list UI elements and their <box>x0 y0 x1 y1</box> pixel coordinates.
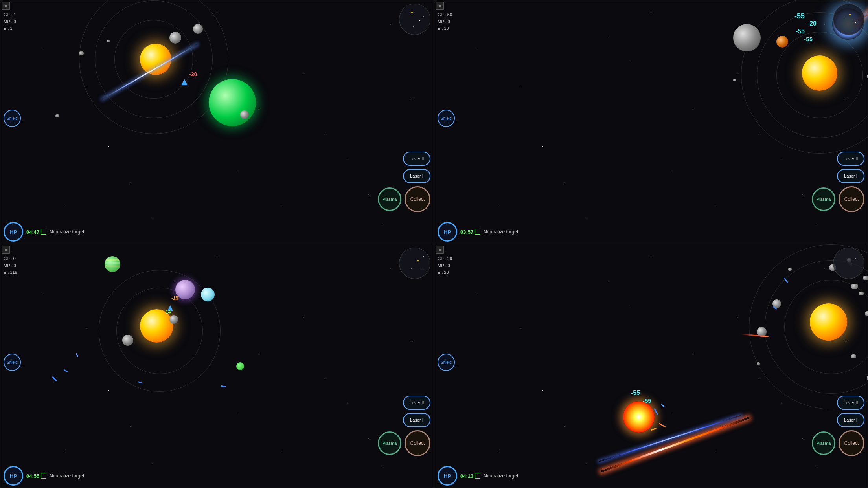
gp-stat-tl: GP : 4 <box>4 11 16 18</box>
laser2-button-tl[interactable]: Laser II <box>403 152 430 166</box>
minimap-dot-2 <box>419 20 420 21</box>
minimap-dot-bl-2 <box>423 256 424 257</box>
hud-bl: HP 04:55 Neutralize target <box>0 464 434 488</box>
ship-area-tl: -20 <box>181 79 188 85</box>
laser2-button-bl[interactable]: Laser II <box>403 396 430 410</box>
gp-stat-br: GP : 29 <box>438 255 452 262</box>
planet-bl-1 <box>122 335 133 346</box>
shield-button-tr[interactable]: Shield <box>438 110 455 127</box>
laser1-button-br[interactable]: Laser I <box>837 413 864 427</box>
minimap-dot-bl-1 <box>417 260 419 261</box>
dmg-tr-3: -55 <box>796 28 805 35</box>
plasma-button-br[interactable]: Plasma <box>812 431 835 455</box>
plasma-button-tl[interactable]: Plasma <box>378 187 401 211</box>
stats-br: GP : 29 MP : 0 E : 26 <box>438 255 452 276</box>
laser1-button-tr[interactable]: Laser I <box>837 169 864 183</box>
gp-stat-bl: GP : 0 <box>4 255 17 262</box>
minimap-dot-4 <box>423 16 424 17</box>
minimap-dot-bl-3 <box>411 268 412 269</box>
objective-tr: Neutralize target <box>484 229 518 235</box>
minimap-bl <box>399 248 430 279</box>
timer-checkbox-tl[interactable] <box>41 229 46 235</box>
laser1-button-bl[interactable]: Laser I <box>403 413 430 427</box>
laser1-button-tl[interactable]: Laser I <box>403 169 430 183</box>
collect-button-br[interactable]: Collect <box>839 430 864 456</box>
minimap-dot-3 <box>413 26 414 27</box>
timer-checkbox-tr[interactable] <box>475 229 480 235</box>
timer-checkbox-br[interactable] <box>475 473 480 479</box>
proj-bl-5 <box>221 385 226 388</box>
ship-bl: -15 14 <box>167 305 173 311</box>
asteroid-tr-2 <box>733 79 736 81</box>
plasma-button-tr[interactable]: Plasma <box>812 187 835 211</box>
mp-stat-br: MP : 0 <box>438 262 452 270</box>
plasma-button-bl[interactable]: Plasma <box>378 431 401 455</box>
panel-bottom-left: ✕ GP : 0 MP : 0 E : 119 Shield <box>0 244 434 488</box>
e-stat-tr: E : 16 <box>438 25 452 32</box>
timer-section-tl: 04:47 <box>26 229 46 235</box>
hud-tl: HP 04:47 Neutralize target <box>0 220 434 244</box>
asteroid-br-3 <box>859 292 864 295</box>
right-buttons-br: Laser II Laser I Plasma Collect <box>812 396 864 456</box>
laser2-button-br[interactable]: Laser II <box>837 396 864 410</box>
shield-button-br[interactable]: Shield <box>438 354 455 371</box>
objective-br: Neutralize target <box>484 473 518 479</box>
timer-bl: 04:55 <box>26 473 39 479</box>
close-button-br[interactable]: ✕ <box>436 246 444 254</box>
dmg-tr-4: -55 <box>804 36 813 42</box>
hp-circle-tl: HP <box>4 222 23 242</box>
hp-circle-bl: HP <box>4 466 23 486</box>
mp-stat-tr: MP : 0 <box>438 18 452 26</box>
e-stat-tl: E : 1 <box>4 25 16 32</box>
minimap-dot-br-2 <box>851 264 852 264</box>
gp-stat-tr: GP : 50 <box>438 11 452 18</box>
hud-tr: HP 03:57 Neutralize target <box>434 220 868 244</box>
timer-section-tr: 03:57 <box>460 229 480 235</box>
hp-circle-tr: HP <box>438 222 457 242</box>
timer-section-bl: 04:55 <box>26 473 46 479</box>
close-button-tl[interactable]: ✕ <box>2 2 10 10</box>
dmg-tr-2: -20 <box>807 20 817 27</box>
timer-section-br: 04:13 <box>460 473 480 479</box>
close-button-bl[interactable]: ✕ <box>2 246 10 254</box>
mp-stat-tl: MP : 0 <box>4 18 16 26</box>
objective-tl: Neutralize target <box>50 229 84 235</box>
minimap-dot-tr-1 <box>849 14 851 15</box>
laser2-button-tr[interactable]: Laser II <box>837 152 864 166</box>
timer-tl: 04:47 <box>26 229 39 235</box>
proj-bl-2 <box>63 369 68 372</box>
hp-circle-br: HP <box>438 466 457 486</box>
gas-planet-bl <box>105 256 120 272</box>
proj-bl-1 <box>52 376 57 381</box>
e-stat-br: E : 26 <box>438 269 452 276</box>
objective-bl: Neutralize target <box>50 473 84 479</box>
moon-3-tl <box>193 24 203 34</box>
asteroid-br-5 <box>865 311 868 316</box>
collect-button-bl[interactable]: Collect <box>405 430 430 456</box>
battle-area-br: -55 -55 <box>592 378 702 456</box>
asteroid-br-6 <box>788 268 792 271</box>
minimap-dot-tr-2 <box>855 22 856 23</box>
purple-planet-bl <box>175 280 195 299</box>
minimap-dot-tr-3 <box>843 18 844 18</box>
minimap-tl <box>399 4 430 35</box>
collect-button-tl[interactable]: Collect <box>405 186 430 212</box>
minimap-dot-bl-4 <box>421 270 422 270</box>
collect-button-tr[interactable]: Collect <box>839 186 864 212</box>
moon-large-tr <box>733 24 761 51</box>
sun-tl <box>140 44 171 75</box>
minimap-dot-1 <box>411 12 413 13</box>
shield-button-tl[interactable]: Shield <box>4 110 21 127</box>
shield-button-bl[interactable]: Shield <box>4 354 21 371</box>
stats-tl: GP : 4 MP : 0 E : 1 <box>4 11 16 32</box>
hud-br: HP 04:13 Neutralize target <box>434 464 868 488</box>
right-buttons-bl: Laser II Laser I Plasma Collect <box>378 396 430 456</box>
asteroid-br-9 <box>851 354 856 358</box>
e-stat-bl: E : 119 <box>4 269 17 276</box>
right-buttons-tl: Laser II Laser I Plasma Collect <box>378 152 430 212</box>
asteroid-3-tl <box>55 114 59 117</box>
asteroid-br-8 <box>757 362 760 365</box>
timer-checkbox-bl[interactable] <box>41 473 46 479</box>
close-button-tr[interactable]: ✕ <box>436 2 444 10</box>
sun-br <box>810 303 847 341</box>
